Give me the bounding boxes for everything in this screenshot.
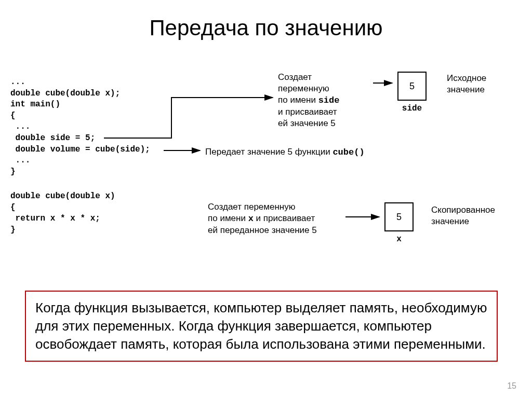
text: и присваивает bbox=[254, 213, 315, 223]
mono: side bbox=[318, 95, 340, 105]
text: Передает значение 5 функции bbox=[205, 147, 332, 157]
text: и присваивает bbox=[278, 107, 337, 117]
diagram: ... double cube(double x); int main() { … bbox=[0, 56, 532, 279]
annotation-pass-value: Передает значение 5 функции cube() bbox=[205, 146, 365, 158]
text: значение bbox=[431, 216, 469, 226]
mono: x bbox=[248, 214, 254, 224]
code-block-main: ... double cube(double x); int main() { … bbox=[10, 77, 150, 177]
memory-box-side: 5 bbox=[397, 72, 427, 101]
box-value: 5 bbox=[409, 81, 415, 92]
text: ей переданное значение 5 bbox=[208, 225, 317, 235]
explanation-text: Когда функция вызывается, компьютер выде… bbox=[35, 300, 487, 352]
box-label-side: side bbox=[397, 104, 427, 113]
text: переменную bbox=[278, 84, 329, 93]
annotation-create-side: Создает переменную по имени side и присв… bbox=[278, 72, 366, 129]
box-value: 5 bbox=[396, 212, 402, 223]
box-note-original: Исходное значение bbox=[447, 73, 486, 95]
text: по имени bbox=[278, 95, 318, 105]
memory-box-x: 5 bbox=[384, 202, 414, 231]
text: ей значение 5 bbox=[278, 118, 336, 128]
annotation-create-x: Создает переменную по имени x и присваив… bbox=[208, 201, 343, 236]
mono: cube() bbox=[332, 147, 364, 157]
slide-title: Передача по значению bbox=[0, 0, 532, 51]
text: по имени bbox=[208, 213, 248, 223]
text: Исходное bbox=[447, 73, 486, 83]
box-label-x: x bbox=[384, 235, 414, 244]
text: Скопированное bbox=[431, 205, 495, 215]
box-note-copied: Скопированное значение bbox=[431, 204, 495, 227]
page-number: 15 bbox=[507, 381, 516, 391]
explanation-box: Когда функция вызывается, компьютер выде… bbox=[25, 291, 498, 362]
text: Создает переменную bbox=[208, 202, 295, 212]
text: значение bbox=[447, 85, 485, 94]
code-block-function: double cube(double x) { return x * x * x… bbox=[10, 191, 115, 236]
text: Создает bbox=[278, 72, 312, 82]
